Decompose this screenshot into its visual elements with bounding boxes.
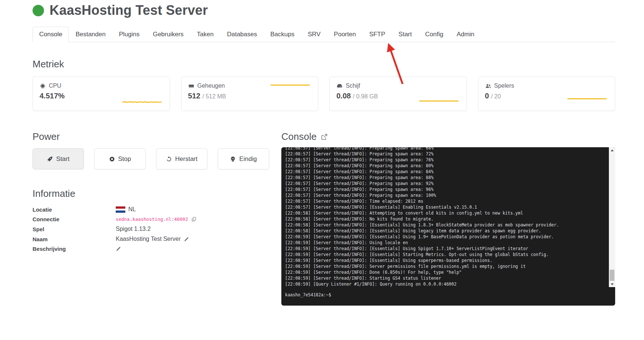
log-line: [22:08:59] [Server thread/INFO]: [Essent… [285,234,609,240]
icon-hdd [336,83,343,89]
power-heading: Power [33,131,269,142]
tab-gebruikers[interactable]: Gebruikers [146,27,190,42]
tab-poorten[interactable]: Poorten [327,27,363,42]
log-line: [22:08:58] [Server thread/INFO]: No kits… [285,216,609,222]
scroll-thumb[interactable] [610,270,614,281]
left-column: Power Start Stop Herstart Eindig Informa… [33,131,269,306]
tab-config[interactable]: Config [418,27,450,42]
info-value [116,246,121,252]
metrics-heading: Metriek [33,58,644,70]
info-value: sedna.kaashosting.nl:46002 [116,216,197,222]
info-label: Spel [33,226,116,232]
info-value: Spigot 1.13.2 [116,226,150,232]
tab-backups[interactable]: Backups [264,27,301,42]
location-text: NL [128,206,136,213]
scroll-up-arrow[interactable] [609,147,615,153]
log-line: [22:08:59] [Server thread/INFO]: Using l… [285,240,609,246]
log-line: [22:08:59] [Server thread/INFO]: [Essent… [285,246,609,252]
metric-card-geheugen: Geheugen 512 / 512 MB [181,77,319,111]
power-button-stop[interactable]: Stop [94,148,146,169]
console-heading: Console [281,131,316,142]
power-button-eindig[interactable]: Eindig [218,148,269,169]
console-scrollbar[interactable] [609,147,615,287]
info-label: Beschrijving [33,246,116,252]
icon-stop [109,156,115,162]
info-value: NL [116,206,136,213]
log-line: [22:08:57] [Server thread/INFO]: Prepari… [285,157,609,163]
metric-card-spelers: Spelers 0 / 20 [478,77,616,111]
power-buttons: Start Stop Herstart Eindig [33,148,269,169]
metric-label: Schijf [346,83,360,89]
metric-sparkline [419,98,458,104]
tab-databases[interactable]: Databases [220,27,264,42]
header: KaasHosting Test Server [0,0,644,18]
nl-flag-icon [116,206,125,213]
copy-icon[interactable] [191,216,197,222]
external-link-icon[interactable] [321,133,328,141]
info-label: Connectie [33,216,116,222]
console-log[interactable]: [22:08:57] [Server thread/INFO]: Prepari… [281,147,609,287]
tab-plugins[interactable]: Plugins [112,27,146,42]
log-line: [22:08:57] [Server thread/INFO]: Prepari… [285,147,609,151]
log-line: [22:08:59] [Server thread/INFO]: Done (6… [285,269,609,275]
metric-sparkline [271,82,310,88]
log-line: [22:08:57] [Server thread/INFO]: Prepari… [285,181,609,186]
metric-sparkline [567,96,607,102]
info-row-spel: SpelSpigot 1.13.2 [33,226,269,232]
info-table: LocatieNLConnectiesedna.kaashosting.nl:4… [33,206,269,252]
metric-card-schijf: Schijf 0.08 / 0.98 GB [329,77,467,111]
log-line: [22:08:59] [Server thread/INFO]: Server … [285,263,609,269]
log-line: [22:08:58] [Server thread/INFO]: [Essent… [285,222,609,228]
icon-microchip [40,83,46,89]
scroll-down-arrow[interactable] [609,281,615,287]
tab-console[interactable]: Console [33,27,69,42]
info-label: Locatie [33,206,116,213]
server-panel-page: KaasHosting Test Server ConsoleBestanden… [0,0,644,340]
console-terminal: [22:08:57] [Server thread/INFO]: Prepari… [281,147,615,306]
log-line: [22:08:57] [Server thread/INFO]: Time el… [285,198,609,204]
edit-pencil-icon[interactable] [116,246,121,252]
info-heading: Informatie [33,188,269,199]
metric-label: Spelers [494,83,514,89]
power-button-herstart[interactable]: Herstart [156,148,207,169]
log-line: [22:08:57] [Server thread/INFO]: Prepari… [285,186,609,192]
edit-pencil-icon[interactable] [184,236,189,242]
log-line: [22:08:58] [Server thread/INFO]: [Essent… [285,228,609,234]
console-prompt[interactable]: kaasho_7e54182a:~$ [281,287,615,306]
info-row-connectie: Connectiesedna.kaashosting.nl:46002 [33,216,269,222]
log-line: [22:08:59] [Server thread/INFO]: Startin… [285,275,609,281]
tab-admin[interactable]: Admin [450,27,481,42]
info-label: Naam [33,236,116,242]
main-columns: Power Start Stop Herstart Eindig Informa… [0,131,644,306]
info-row-beschrijving: Beschrijving [33,246,269,252]
log-line: [22:08:58] [Server thread/INFO]: Attempt… [285,210,609,216]
icon-users [485,83,491,89]
right-column: Console [22:08:57] [Server thread/INFO]:… [281,131,615,306]
info-row-naam: NaamKaasHosting Test Server [33,236,269,242]
icon-restart [166,156,172,162]
tab-sftp[interactable]: SFTP [363,27,392,42]
log-line: [22:08:57] [Server thread/INFO]: [Essent… [285,204,609,210]
log-line: [22:08:57] [Server thread/INFO]: Prepari… [285,163,609,169]
icon-rocket [47,156,53,162]
tab-bar: ConsoleBestandenPluginsGebruikersTakenDa… [33,27,615,42]
scroll-track[interactable] [609,153,615,281]
log-line: [22:08:59] [Query Listener #1/INFO]: Que… [285,281,609,287]
log-line: [22:08:59] [Server thread/INFO]: [Essent… [285,252,609,257]
page-title: KaasHosting Test Server [50,3,208,18]
console-header: Console [281,131,615,142]
tab-taken[interactable]: Taken [190,27,220,42]
tab-srv[interactable]: SRV [301,27,327,42]
metric-label: Geheugen [197,83,225,89]
metric-label: CPU [49,83,61,89]
tab-bestanden[interactable]: Bestanden [69,27,112,42]
info-value: KaasHosting Test Server [116,236,189,242]
log-line: [22:08:57] [Server thread/INFO]: Prepari… [285,151,609,157]
metric-value: 512 / 512 MB [188,92,312,100]
log-line: [22:08:57] [Server thread/INFO]: Prepari… [285,192,609,198]
log-line: [22:08:59] [Server thread/INFO]: [Essent… [285,257,609,263]
power-button-start[interactable]: Start [33,148,84,169]
log-line: [22:08:57] [Server thread/INFO]: Prepari… [285,175,609,181]
prompt-text: kaasho_7e54182a:~$ [285,292,331,297]
tab-start[interactable]: Start [392,27,418,42]
